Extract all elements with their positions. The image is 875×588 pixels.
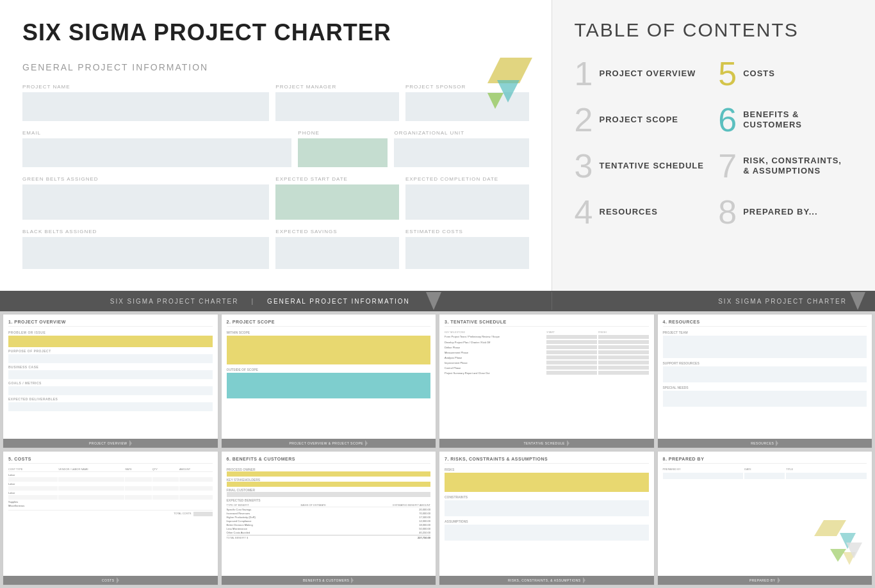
estimated-costs-field[interactable] [405, 237, 529, 269]
banner-text-1: SIX SIGMA PROJECT CHARTER [110, 298, 239, 305]
email-group: EMAIL [22, 130, 291, 167]
banner-arrow-right [850, 292, 865, 310]
completion-date-label: EXPECTED COMPLETION DATE [405, 176, 529, 182]
green-belts-group: GREEN BELTS ASSIGNED [22, 176, 269, 220]
toc-label-8: PREPARED BY... [743, 207, 817, 217]
banner-text-right: SIX SIGMA PROJECT CHARTER [718, 298, 847, 305]
black-belts-group: BLACK BELTS ASSIGNED [22, 229, 269, 269]
phone-label: PHONE [298, 130, 388, 136]
toc-grid: 1 PROJECT OVERVIEW 5 COSTS 2 PROJECT SCO… [575, 57, 853, 229]
completion-date-field[interactable] [405, 184, 529, 220]
toc-panel: TABLE OF CONTENTS 1 PROJECT OVERVIEW 5 C… [552, 0, 875, 291]
thumb-risks: 7. RISKS, CONSTRAINTS & ASSUMPTIONS RISK… [439, 451, 655, 585]
thumb-title-4: 4. RESOURCES [663, 320, 867, 327]
thumb-title-3: 3. TENTATIVE SCHEDULE [445, 320, 649, 327]
green-belts-field[interactable] [22, 184, 269, 220]
email-field[interactable] [22, 138, 291, 167]
toc-number-3: 3 [575, 149, 593, 183]
org-unit-group: ORGANIZATIONAL UNIT [394, 130, 528, 167]
toc-item-8: 8 PREPARED BY... [718, 195, 853, 229]
thumb-title-8: 8. PREPARED BY [663, 457, 867, 464]
toc-number-4: 4 [575, 195, 593, 229]
general-info-heading: GENERAL PROJECT INFORMATION [22, 62, 529, 72]
toc-label-1: PROJECT OVERVIEW [600, 69, 696, 79]
banner-text-2: GENERAL PROJECT INFORMATION [267, 298, 410, 305]
thumb-footer-7: RISKS, CONSTRAINTS, & ASSUMPTIONS [439, 576, 654, 585]
thumb-title-7: 7. RISKS, CONSTRAINTS & ASSUMPTIONS [445, 457, 649, 464]
svg-marker-0 [487, 58, 532, 83]
thumb-footer-2: PROJECT OVERVIEW & PROJECT SCOPE [222, 439, 436, 448]
toc-item-6: 6 BENEFITS & CUSTOMERS [718, 103, 853, 136]
expected-savings-group: EXPECTED SAVINGS [275, 229, 399, 269]
org-unit-label: ORGANIZATIONAL UNIT [394, 130, 528, 136]
thumb-title-6: 6. BENEFITS & CUSTOMERS [227, 457, 431, 464]
toc-number-1: 1 [575, 57, 593, 90]
expected-savings-label: EXPECTED SAVINGS [275, 229, 399, 234]
expected-savings-field[interactable] [275, 237, 399, 269]
form-row-1: PROJECT NAME PROJECT MANAGER PROJECT SPO… [22, 84, 529, 121]
svg-marker-2 [487, 93, 503, 109]
toc-number-2: 2 [575, 103, 593, 136]
toc-item-4: 4 RESOURCES [575, 195, 709, 229]
svg-marker-5 [830, 549, 846, 562]
toc-item-2: 2 PROJECT SCOPE [575, 103, 709, 136]
thumb-footer-6: BENEFITS & CUSTOMERS [222, 576, 436, 585]
banner-divider: | [252, 298, 255, 305]
banner-left: SIX SIGMA PROJECT CHARTER | GENERAL PROJ… [0, 292, 552, 310]
bottom-banner: SIX SIGMA PROJECT CHARTER | GENERAL PROJ… [0, 291, 875, 311]
toc-title: TABLE OF CONTENTS [575, 19, 853, 41]
thumb-benefits-customers: 6. BENEFITS & CUSTOMERS PROCESS OWNER KE… [221, 451, 437, 585]
project-manager-label: PROJECT MANAGER [275, 84, 399, 90]
toc-label-2: PROJECT SCOPE [600, 115, 679, 125]
start-date-label: EXPECTED START DATE [275, 176, 399, 182]
thumb-footer-3: TENTATIVE SCHEDULE [439, 439, 654, 448]
thumb-project-scope: 2. PROJECT SCOPE WITHIN SCOPE OUTSIDE OF… [221, 314, 437, 448]
project-manager-field[interactable] [275, 92, 399, 121]
thumb-title-2: 2. PROJECT SCOPE [227, 320, 431, 327]
phone-field[interactable] [298, 138, 388, 167]
form-row-3: GREEN BELTS ASSIGNED EXPECTED START DATE… [22, 176, 529, 220]
charter-title: SIX SIGMA PROJECT CHARTER [22, 19, 529, 46]
black-belts-label: BLACK BELTS ASSIGNED [22, 229, 269, 234]
org-unit-field[interactable] [394, 138, 528, 167]
toc-number-5: 5 [718, 57, 737, 90]
toc-label-7: RISK, CONSTRAINTS,& ASSUMPTIONS [743, 156, 842, 176]
black-belts-field[interactable] [22, 237, 269, 269]
thumb-prepared-by: 8. PREPARED BY PREPARED BY DATE TITLE [657, 451, 873, 585]
thumb-tentative-schedule: 3. TENTATIVE SCHEDULE KEY MILESTONE STAR… [439, 314, 655, 448]
toc-item-7: 7 RISK, CONSTRAINTS,& ASSUMPTIONS [718, 149, 853, 183]
charter-left-panel: SIX SIGMA PROJECT CHARTER GENERAL PROJEC… [0, 0, 552, 291]
thumb-footer-5: COSTS [3, 576, 218, 585]
toc-label-4: RESOURCES [600, 207, 658, 217]
banner-right: SIX SIGMA PROJECT CHARTER [552, 292, 875, 310]
form-row-4: BLACK BELTS ASSIGNED EXPECTED SAVINGS ES… [22, 229, 529, 269]
toc-number-7: 7 [718, 149, 737, 183]
thumb-costs: 5. COSTS COST TYPE VENDOR / LABOR NAME R… [3, 451, 218, 585]
toc-number-6: 6 [718, 103, 737, 136]
thumb-title-5: 5. COSTS [8, 457, 213, 464]
project-name-group: PROJECT NAME [22, 84, 269, 121]
thumb-footer-4: RESOURCES [658, 439, 872, 448]
start-date-group: EXPECTED START DATE [275, 176, 399, 220]
toc-item-1: 1 PROJECT OVERVIEW [575, 57, 709, 90]
decorative-shapes [462, 51, 539, 128]
green-belts-label: GREEN BELTS ASSIGNED [22, 176, 269, 182]
toc-number-8: 8 [718, 195, 737, 229]
svg-marker-1 [497, 80, 519, 102]
completion-date-group: EXPECTED COMPLETION DATE [405, 176, 529, 220]
project-name-label: PROJECT NAME [22, 84, 269, 90]
estimated-costs-group: ESTIMATED COSTS [405, 229, 529, 269]
thumb-resources: 4. RESOURCES PROJECT TEAM SUPPORT RESOUR… [657, 314, 873, 448]
project-name-field[interactable] [22, 92, 269, 121]
toc-label-6: BENEFITS & CUSTOMERS [743, 110, 853, 129]
thumb-footer-8: PREPARED BY [658, 576, 872, 585]
toc-label-5: COSTS [743, 69, 775, 79]
banner-arrow-left [426, 292, 441, 310]
toc-item-3: 3 TENTATIVE SCHEDULE [575, 149, 709, 183]
phone-group: PHONE [298, 130, 388, 167]
thumb-title-1: 1. PROJECT OVERVIEW [8, 320, 213, 327]
email-label: EMAIL [22, 130, 291, 136]
estimated-costs-label: ESTIMATED COSTS [405, 229, 529, 234]
start-date-field[interactable] [275, 184, 399, 220]
project-manager-group: PROJECT MANAGER [275, 84, 399, 121]
